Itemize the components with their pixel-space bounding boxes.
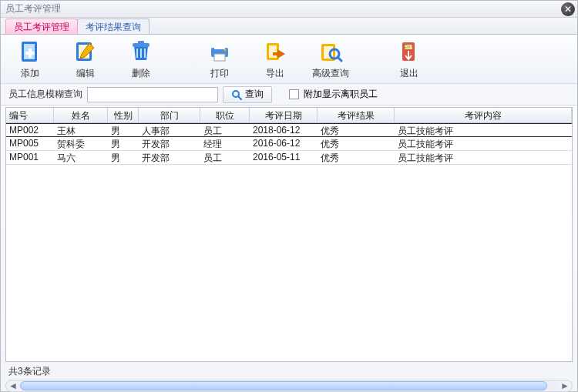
scroll-thumb[interactable] <box>20 381 547 390</box>
table-row[interactable]: MP001马六男开发部员工2016-05-11优秀员工技能考评 <box>6 151 572 165</box>
search-row: 员工信息模糊查询 查询 附加显示离职员工 <box>1 84 577 106</box>
footer: 共3条记录 ◄ ► <box>5 364 573 387</box>
advanced-query-label: 高级查询 <box>312 67 349 80</box>
cell: 男 <box>108 124 139 136</box>
table-row[interactable]: MP002王林男人事部员工2018-06-12优秀员工技能考评 <box>6 123 572 137</box>
search-label: 员工信息模糊查询 <box>8 88 82 101</box>
svg-rect-8 <box>214 54 225 61</box>
table-header: 编号 姓名 性别 部门 职位 考评日期 考评结果 考评内容 <box>6 108 572 123</box>
search-icon <box>231 89 242 100</box>
svg-rect-5 <box>138 41 144 44</box>
tab-evaluation-manage[interactable]: 员工考评管理 <box>5 18 78 34</box>
delete-button[interactable]: 删除 <box>119 38 163 80</box>
cell: 2016-06-12 <box>250 137 318 150</box>
query-label: 查询 <box>245 88 264 101</box>
cell: 贺科委 <box>54 137 108 150</box>
col-title[interactable]: 职位 <box>200 108 250 122</box>
exit-label: 退出 <box>400 67 418 80</box>
exit-button[interactable]: EXIT 退出 <box>388 38 431 80</box>
tab-strip: 员工考评管理 考评结果查询 <box>1 18 577 35</box>
cell: 人事部 <box>139 124 200 136</box>
scroll-left-icon[interactable]: ◄ <box>8 381 18 390</box>
cell: MP005 <box>6 137 54 150</box>
cell: MP002 <box>6 124 54 136</box>
add-label: 添加 <box>21 67 39 80</box>
cell: 优秀 <box>318 137 395 150</box>
cell: 经理 <box>200 137 250 150</box>
print-button[interactable]: 打印 <box>198 38 241 80</box>
export-button[interactable]: 导出 <box>254 38 297 80</box>
table-row[interactable]: MP005贺科委男开发部经理2016-06-12优秀员工技能考评 <box>6 137 572 151</box>
edit-label: 编辑 <box>76 67 95 80</box>
tab-result-query[interactable]: 考评结果查询 <box>77 18 150 34</box>
cell: 2018-06-12 <box>250 124 318 136</box>
add-icon <box>16 38 44 65</box>
search-input[interactable] <box>87 87 218 102</box>
print-icon <box>206 38 234 65</box>
cell: 员工技能考评 <box>395 124 572 136</box>
query-button[interactable]: 查询 <box>223 86 272 103</box>
col-id[interactable]: 编号 <box>6 108 54 122</box>
cell: 开发部 <box>139 151 200 164</box>
window: 员工考评管理 ✕ 员工考评管理 考评结果查询 添加 编辑 删除 <box>0 0 578 392</box>
svg-rect-11 <box>269 45 277 58</box>
edit-button[interactable]: 编辑 <box>64 38 107 80</box>
delete-icon <box>127 38 155 65</box>
exit-icon: EXIT <box>395 38 423 65</box>
data-table: 编号 姓名 性别 部门 职位 考评日期 考评结果 考评内容 MP002王林男人事… <box>5 107 573 362</box>
cell: 员工技能考评 <box>395 151 572 164</box>
scroll-track[interactable] <box>20 381 558 390</box>
horizontal-scrollbar[interactable]: ◄ ► <box>5 380 573 392</box>
svg-rect-7 <box>214 42 225 49</box>
tab-label: 考评结果查询 <box>86 22 141 32</box>
col-dept[interactable]: 部门 <box>139 108 200 122</box>
print-label: 打印 <box>210 67 229 80</box>
window-title: 员工考评管理 <box>5 2 61 15</box>
advanced-query-button[interactable]: 高级查询 <box>309 38 352 80</box>
cell: 开发部 <box>139 137 200 150</box>
titlebar: 员工考评管理 ✕ <box>1 1 577 18</box>
cell: 男 <box>108 151 139 164</box>
export-label: 导出 <box>266 67 284 80</box>
cell: 员工 <box>200 151 250 164</box>
cell: 员工技能考评 <box>395 137 572 150</box>
cell: 2016-05-11 <box>250 151 318 164</box>
cell: MP001 <box>6 151 54 164</box>
svg-text:EXIT: EXIT <box>404 45 412 49</box>
advanced-query-icon <box>317 38 344 65</box>
edit-icon <box>72 38 99 65</box>
cell: 员工 <box>200 124 250 136</box>
delete-label: 删除 <box>132 67 150 80</box>
col-gender[interactable]: 性别 <box>108 108 139 122</box>
toolbar: 添加 编辑 删除 打印 导出 <box>1 35 577 84</box>
cell: 优秀 <box>318 124 395 136</box>
svg-point-9 <box>224 49 227 52</box>
export-icon <box>261 38 289 65</box>
show-left-label: 附加显示离职员工 <box>304 88 378 101</box>
show-left-checkbox[interactable] <box>289 89 299 99</box>
cell: 王林 <box>54 124 108 136</box>
tab-label: 员工考评管理 <box>14 22 69 32</box>
col-result[interactable]: 考评结果 <box>318 108 395 122</box>
record-count: 共3条记录 <box>5 364 573 380</box>
col-name[interactable]: 姓名 <box>54 108 108 122</box>
cell: 马六 <box>54 151 108 164</box>
cell: 优秀 <box>318 151 395 164</box>
col-date[interactable]: 考评日期 <box>250 108 318 122</box>
scroll-right-icon[interactable]: ► <box>560 381 570 390</box>
table-body: MP002王林男人事部员工2018-06-12优秀员工技能考评MP005贺科委男… <box>6 123 572 165</box>
cell: 男 <box>108 137 139 150</box>
add-button[interactable]: 添加 <box>8 38 52 80</box>
col-content[interactable]: 考评内容 <box>395 108 572 122</box>
close-icon[interactable]: ✕ <box>561 2 575 16</box>
